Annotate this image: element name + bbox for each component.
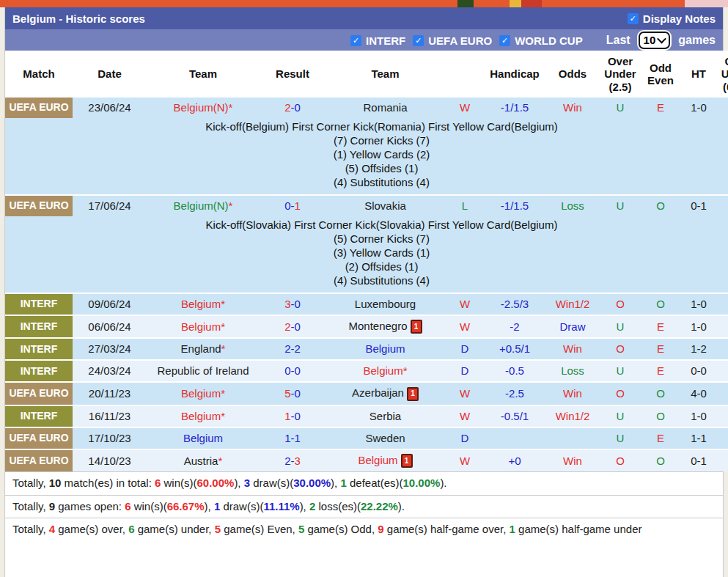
red-card-icon: 1: [411, 320, 422, 334]
column-header: Result: [260, 51, 326, 98]
text-part: England: [181, 342, 221, 355]
checkbox-checked-icon[interactable]: [499, 35, 510, 46]
over-under-25-cell: U: [600, 195, 640, 216]
text-part: Slovakia: [364, 199, 406, 212]
display-notes-checkbox[interactable]: [628, 13, 639, 24]
text-part: Romania: [363, 101, 407, 114]
competition-badge: UEFA EURO: [5, 195, 73, 216]
display-notes-toggle[interactable]: Display Notes: [628, 12, 716, 25]
filter-checkbox-uefa-euro[interactable]: UEFA EURO: [413, 34, 499, 47]
away-team-cell: Sweden: [326, 427, 445, 449]
column-header: Over Under (2.5): [600, 51, 640, 98]
summary-line: Totally, 10 match(es) in total: 6 win(s)…: [5, 471, 723, 495]
text-part: -0: [291, 101, 301, 114]
over-under-25-cell: U: [600, 427, 640, 449]
handicap-cell: [485, 427, 545, 449]
match-row: INTERF09/06/24Belgium*3-0LuxembourgW-2.5…: [5, 293, 728, 315]
match-notes-row: Kick-off(Belgium) First Corner Kick(Roma…: [5, 118, 728, 195]
filter-bar: INTERFUEFA EUROWORLD CUP Last 10 games: [5, 29, 723, 51]
away-team-cell: Belgium*: [326, 360, 445, 382]
date-cell: 27/03/24: [73, 338, 147, 360]
away-team-cell: Belgium: [326, 338, 445, 360]
ht-score-cell: 1-0: [681, 405, 716, 427]
summary-segment: 4: [49, 523, 55, 535]
summary-segment: 5: [298, 523, 304, 535]
odds-cell: Win1/2: [545, 405, 600, 427]
odd-even-cell: E: [640, 315, 681, 339]
summary-segment: ),: [300, 500, 309, 512]
over-under-075-cell: O: [716, 405, 728, 427]
match-row: UEFA EURO14/10/23Austria*2-3Belgium1W+0W…: [5, 449, 728, 472]
over-under-25-cell: U: [600, 315, 640, 339]
text-part: 3: [284, 298, 290, 310]
summary-segment: 9: [378, 523, 383, 535]
over-under-25-cell: O: [600, 293, 640, 315]
date-cell: 09/06/24: [73, 293, 147, 315]
date-cell: 23/06/24: [73, 98, 147, 118]
handicap-cell: -2.5: [485, 382, 545, 405]
summary-segment: 10.00%: [403, 477, 441, 489]
competition-badge: INTERF: [5, 405, 73, 427]
competition-badge: INTERF: [5, 293, 73, 315]
over-under-075-cell: O: [716, 315, 728, 339]
competition-badge: UEFA EURO: [5, 427, 73, 449]
filter-checkbox-world-cup[interactable]: WORLD CUP: [499, 34, 590, 47]
handicap-cell: -2: [485, 315, 545, 339]
match-row: INTERF27/03/24England*2-2BelgiumD+0.5/1W…: [5, 338, 728, 360]
summary-segment: 10: [49, 477, 62, 489]
odds-cell: Draw: [545, 315, 600, 339]
summary-segment: 60.00%: [197, 477, 235, 489]
photo-patch: [510, 0, 521, 7]
column-header: Match: [5, 51, 73, 98]
text-part: Belgium*: [181, 387, 225, 400]
over-under-075-cell: O: [716, 382, 728, 405]
match-notes-row: Kick-off(Slovakia) First Corner Kick(Slo…: [5, 216, 728, 293]
over-under-075-cell: O: [716, 293, 728, 315]
match-row-group: UEFA EURO20/11/23Belgium*5-0Azerbaijan1W…: [5, 382, 728, 405]
odds-cell: Win: [545, 338, 600, 360]
text-part: Belgium: [358, 454, 397, 466]
summary-segment: 1: [510, 523, 515, 535]
odd-even-cell: O: [640, 405, 681, 427]
text-part: 2: [284, 101, 290, 114]
text-part: Montenegro: [348, 320, 407, 332]
date-cell: 06/06/24: [73, 315, 147, 339]
odds-cell: Loss: [545, 360, 600, 382]
text-part: Azerbaijan: [352, 386, 404, 399]
summary-segment: ).: [440, 477, 446, 489]
checkbox-checked-icon[interactable]: [413, 35, 424, 46]
panel-title: Belgium - Historic scores: [12, 12, 628, 25]
date-cell: 24/03/24: [73, 360, 147, 382]
handicap-cell: -0.5/1: [485, 405, 545, 427]
match-row-group: UEFA EURO23/06/24Belgium(N)*2-0RomaniaW-…: [5, 98, 728, 195]
filter-label: UEFA EURO: [428, 34, 492, 47]
text-part: Belgium(N): [174, 199, 229, 212]
ht-score-cell: 1-1: [681, 427, 716, 449]
text-part: Belgium*: [363, 364, 407, 377]
summary-segment: game(s) over,: [55, 523, 128, 535]
over-under-25-cell: U: [600, 360, 640, 382]
result-letter-cell: W: [445, 315, 485, 339]
text-part: -0: [291, 298, 301, 310]
match-row: UEFA EURO17/10/23Belgium1-1SwedenDUE1-1O: [5, 427, 728, 449]
score-cell: 0-1: [260, 195, 326, 216]
odd-even-cell: O: [640, 195, 681, 216]
games-count-select[interactable]: 10: [639, 32, 671, 49]
odds-cell: Win1/2: [545, 293, 600, 315]
summary-segment: ),: [205, 500, 214, 512]
filter-checkbox-interf[interactable]: INTERF: [350, 34, 413, 47]
match-notes: Kick-off(Belgium) First Corner Kick(Roma…: [5, 118, 728, 195]
red-card-icon: 1: [407, 387, 419, 401]
over-under-25-cell: O: [600, 338, 640, 360]
result-letter-cell: W: [445, 405, 485, 427]
column-header: [445, 51, 485, 98]
column-header: Team: [147, 51, 260, 98]
filter-label: INTERF: [366, 34, 405, 47]
match-note-line: (7) Corner Kicks (7): [5, 133, 728, 147]
checkbox-checked-icon[interactable]: [350, 35, 361, 46]
match-row-group: INTERF06/06/24Belgium*2-0Montenegro1W-2D…: [5, 315, 728, 339]
score-cell: 1-0: [260, 405, 326, 427]
text-part: *: [221, 342, 226, 355]
games-label: games: [678, 34, 716, 47]
handicap-cell: -0.5: [485, 360, 545, 382]
